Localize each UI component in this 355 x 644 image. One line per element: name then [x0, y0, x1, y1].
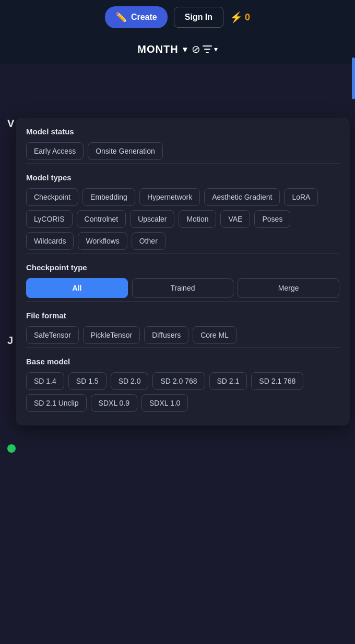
- model-types-section: Model types Checkpoint Embedding Hyperne…: [26, 164, 339, 254]
- online-badge: [7, 444, 16, 453]
- energy-button[interactable]: ⚡ 0: [230, 11, 250, 24]
- tag-onsite-generation[interactable]: Onsite Generation: [88, 142, 163, 160]
- header: ✏️ Create Sign In ⚡ 0: [0, 0, 355, 34]
- tag-upscaler[interactable]: Upscaler: [130, 210, 174, 228]
- base-model-title: Base model: [26, 357, 339, 366]
- create-icon: ✏️: [115, 12, 127, 23]
- tag-controlnet[interactable]: Controlnet: [77, 210, 126, 228]
- checkpoint-type-merge[interactable]: Merge: [238, 278, 339, 298]
- month-chevron-icon: ▾: [183, 44, 187, 54]
- tag-sd-1-5[interactable]: SD 1.5: [68, 372, 106, 390]
- filter-button[interactable]: ⊘ ▾: [192, 43, 218, 55]
- create-label: Create: [131, 13, 157, 22]
- checkpoint-type-title: Checkpoint type: [26, 263, 339, 272]
- tag-other[interactable]: Other: [132, 232, 165, 250]
- base-model-section: Base model SD 1.4 SD 1.5 SD 2.0 SD 2.0 7…: [26, 348, 339, 415]
- month-label: MONTH: [137, 43, 178, 55]
- model-status-section: Model status Early Access Onsite Generat…: [26, 118, 339, 164]
- filter-dropdown: Model status Early Access Onsite Generat…: [16, 118, 350, 426]
- tag-poses[interactable]: Poses: [254, 210, 290, 228]
- signin-label: Sign In: [185, 13, 212, 21]
- file-format-section: File format SafeTensor PickleTensor Diff…: [26, 302, 339, 348]
- file-format-title: File format: [26, 311, 339, 320]
- tag-lycoris[interactable]: LyCORIS: [26, 210, 73, 228]
- scrollbar-accent: [352, 58, 355, 99]
- filter-chevron-icon: ▾: [214, 45, 218, 53]
- model-types-title: Model types: [26, 173, 339, 182]
- tag-embedding[interactable]: Embedding: [82, 188, 135, 206]
- checkpoint-type-section: Checkpoint type All Trained Merge: [26, 254, 339, 302]
- tag-safetensor[interactable]: SafeTensor: [26, 326, 79, 344]
- signin-button[interactable]: Sign In: [174, 7, 223, 28]
- tag-checkpoint[interactable]: Checkpoint: [26, 188, 78, 206]
- letter-j-indicator: J: [7, 335, 13, 347]
- lightning-icon: ⚡: [230, 11, 243, 24]
- tag-aesthetic-gradient[interactable]: Aesthetic Gradient: [204, 188, 280, 206]
- tag-sd-2-0-768[interactable]: SD 2.0 768: [152, 372, 205, 390]
- tag-sd-2-1[interactable]: SD 2.1: [209, 372, 247, 390]
- filter-icon: ⊘: [192, 43, 200, 55]
- tag-early-access[interactable]: Early Access: [26, 142, 84, 160]
- letter-v-indicator: V: [7, 118, 14, 130]
- tag-pickletensor[interactable]: PickleTensor: [83, 326, 140, 344]
- model-types-tags: Checkpoint Embedding Hypernetwork Aesthe…: [26, 188, 339, 250]
- tag-lora[interactable]: LoRA: [284, 188, 318, 206]
- file-format-tags: SafeTensor PickleTensor Diffusers Core M…: [26, 326, 339, 344]
- tag-diffusers[interactable]: Diffusers: [144, 326, 188, 344]
- checkpoint-type-all[interactable]: All: [26, 278, 128, 298]
- tag-sd-2-1-768[interactable]: SD 2.1 768: [251, 372, 303, 390]
- tag-sd-2-1-unclip[interactable]: SD 2.1 Unclip: [26, 394, 87, 412]
- tag-workflows[interactable]: Workflows: [78, 232, 127, 250]
- tag-vae[interactable]: VAE: [220, 210, 250, 228]
- base-model-tags: SD 1.4 SD 1.5 SD 2.0 SD 2.0 768 SD 2.1 S…: [26, 372, 339, 412]
- tag-sd-2-0[interactable]: SD 2.0: [111, 372, 149, 390]
- tag-motion[interactable]: Motion: [179, 210, 216, 228]
- model-status-title: Model status: [26, 127, 339, 136]
- month-filter-button[interactable]: MONTH ▾: [137, 43, 187, 55]
- checkpoint-type-row: All Trained Merge: [26, 278, 339, 298]
- tag-sd-1-4[interactable]: SD 1.4: [26, 372, 64, 390]
- tag-core-ml[interactable]: Core ML: [193, 326, 236, 344]
- model-status-tags: Early Access Onsite Generation: [26, 142, 339, 160]
- checkpoint-type-trained[interactable]: Trained: [132, 278, 234, 298]
- create-button[interactable]: ✏️ Create: [105, 6, 168, 28]
- tag-hypernetwork[interactable]: Hypernetwork: [139, 188, 200, 206]
- filter-row: MONTH ▾ ⊘ ▾: [0, 34, 355, 64]
- tag-sdxl-0-9[interactable]: SDXL 0.9: [91, 394, 137, 412]
- tag-sdxl-1-0[interactable]: SDXL 1.0: [141, 394, 188, 412]
- energy-count: 0: [245, 12, 250, 23]
- funnel-icon: [202, 43, 213, 55]
- tag-wildcards[interactable]: Wildcards: [26, 232, 74, 250]
